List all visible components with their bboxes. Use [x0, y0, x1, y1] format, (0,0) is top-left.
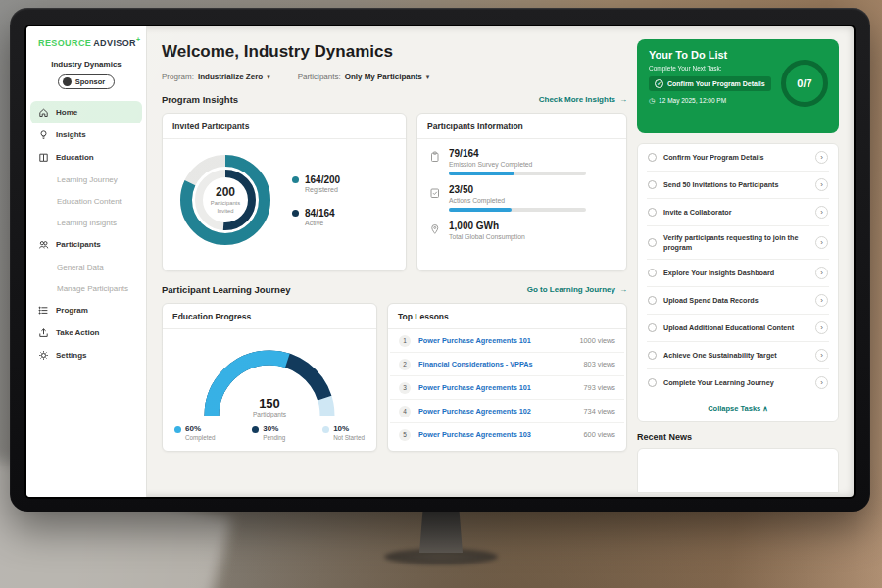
participants-filter-value: Only My Participants	[345, 73, 422, 81]
lesson-link[interactable]: Financial Considerations - VPPAs	[418, 360, 576, 368]
chevron-right-icon[interactable]: ›	[815, 267, 828, 279]
bulb-icon	[38, 129, 49, 140]
sidebar-item-participants[interactable]: Participants	[26, 233, 146, 256]
chevron-right-icon[interactable]: ›	[815, 376, 828, 389]
upload-icon	[38, 327, 49, 338]
legend-item-registered: 164/200 Registered	[292, 174, 340, 193]
task-checkbox[interactable]	[648, 296, 657, 305]
lesson-rank: 5	[399, 429, 411, 441]
donut-center-label: Participants Invited	[203, 200, 248, 215]
lesson-link[interactable]: Power Purchase Agreements 101	[418, 336, 571, 345]
section-title-program-insights: Program Insights	[162, 94, 238, 105]
sidebar-item-education[interactable]: Education	[26, 146, 146, 169]
chevron-right-icon[interactable]: ›	[815, 236, 828, 249]
next-task-label: Confirm Your Program Details	[667, 80, 765, 87]
legend-label: Active	[305, 220, 335, 226]
chevron-right-icon[interactable]: ›	[815, 206, 828, 219]
progress-fill	[449, 208, 512, 212]
stat-value: 23/50	[449, 184, 586, 195]
sidebar-item-home[interactable]: Home	[30, 101, 142, 123]
task-checkbox[interactable]	[648, 269, 657, 277]
check-more-insights-link[interactable]: Check More Insights →	[539, 95, 627, 104]
sidebar-item-label: Learning Insights	[57, 219, 117, 227]
legend-item-not-started: 10% Not Started	[322, 424, 365, 441]
chevron-right-icon[interactable]: ›	[815, 178, 828, 191]
sidebar-item-label: Program	[56, 306, 88, 315]
todo-summary-card: Your To Do List Complete Your Next Task:…	[637, 39, 839, 133]
education-gauge-chart: 150 Participants	[196, 337, 343, 417]
go-to-learning-journey-link[interactable]: Go to Learning Journey →	[527, 285, 627, 294]
logo-advisor: ADVISOR	[93, 38, 136, 48]
sidebar-item-label: Insights	[56, 130, 86, 139]
legend-value: 84/164	[305, 208, 335, 219]
sponsor-badge[interactable]: Sponsor	[58, 74, 115, 89]
todo-task[interactable]: Verify participants requesting to join t…	[647, 226, 829, 260]
stat-actions-completed: 23/50 Actions Completed	[429, 184, 614, 212]
sidebar-item-general-data[interactable]: General Data	[26, 256, 146, 277]
task-checkbox[interactable]	[648, 351, 657, 360]
sidebar-item-take-action[interactable]: Take Action	[26, 321, 146, 344]
chevron-right-icon[interactable]: ›	[815, 321, 828, 334]
program-filter[interactable]: Program: Industrialize Zero ▾	[162, 73, 270, 81]
sidebar-item-learning-journey[interactable]: Learning Journey	[26, 169, 146, 190]
lesson-link[interactable]: Power Purchase Agreements 101	[418, 383, 576, 392]
org-name: Industry Dynamics	[26, 60, 146, 69]
legend-dot	[292, 210, 299, 217]
collapse-tasks-link[interactable]: Collapse Tasks ∧	[647, 396, 829, 421]
sidebar-item-insights[interactable]: Insights	[26, 123, 146, 146]
program-insights-header: Program Insights Check More Insights →	[162, 94, 627, 105]
sidebar-item-education-content[interactable]: Education Content	[26, 190, 146, 212]
sidebar-item-label: Education Content	[57, 197, 122, 206]
sidebar-item-program[interactable]: Program	[26, 299, 146, 321]
task-checkbox[interactable]	[648, 378, 657, 387]
logo-resource: RESOURCE	[38, 38, 91, 48]
lesson-row: 2 Financial Considerations - VPPAs 803 v…	[390, 353, 624, 376]
card-title: Participants Information	[417, 114, 626, 139]
legend-dot	[252, 426, 259, 433]
sidebar-item-learning-insights[interactable]: Learning Insights	[26, 212, 146, 233]
task-label: Confirm Your Program Details	[663, 153, 808, 163]
lesson-link[interactable]: Power Purchase Agreements 103	[418, 430, 576, 439]
next-task-pill[interactable]: ✓ Confirm Your Program Details	[649, 76, 771, 91]
sidebar-item-label: Home	[56, 108, 77, 117]
check-icon: ✓	[655, 79, 663, 88]
lesson-rank: 1	[399, 335, 411, 347]
sidebar-item-label: Education	[56, 153, 94, 162]
todo-task[interactable]: Achieve One Sustainability Target ›	[647, 342, 829, 369]
legend-dot	[292, 176, 299, 183]
todo-task[interactable]: Send 50 Invitations to Participants ›	[647, 172, 829, 199]
logo-plus: +	[136, 36, 141, 43]
sidebar-item-manage-participants[interactable]: Manage Participants	[26, 277, 146, 299]
chevron-right-icon[interactable]: ›	[815, 349, 828, 362]
task-checkbox[interactable]	[648, 153, 657, 162]
lesson-link[interactable]: Power Purchase Agreements 102	[418, 407, 576, 416]
task-label: Complete Your Learning Journey	[663, 378, 808, 388]
card-title: Top Lessons	[388, 304, 626, 329]
sponsor-label: Sponsor	[75, 77, 105, 86]
card-title: Education Progress	[163, 304, 376, 329]
legend-value: 10%	[333, 424, 365, 433]
todo-task[interactable]: Upload Additional Educational Content ›	[647, 315, 829, 342]
donut-center-value: 200	[216, 185, 235, 199]
todo-task[interactable]: Complete Your Learning Journey ›	[647, 369, 829, 396]
participants-information-card: Participants Information 79/164 Emission…	[416, 113, 627, 271]
sidebar-item-label: Learning Journey	[57, 175, 118, 184]
card-title: Invited Participants	[163, 114, 406, 139]
task-checkbox[interactable]	[648, 208, 657, 217]
chevron-right-icon[interactable]: ›	[815, 294, 828, 307]
task-checkbox[interactable]	[648, 323, 657, 332]
todo-task[interactable]: Explore Your Insights Dashboard ›	[647, 260, 829, 287]
todo-task[interactable]: Confirm Your Program Details ›	[647, 144, 829, 172]
progress-track	[449, 208, 586, 212]
task-checkbox[interactable]	[648, 238, 657, 247]
todo-task[interactable]: Invite a Collaborator ›	[647, 199, 829, 226]
chevron-right-icon[interactable]: ›	[815, 151, 828, 164]
todo-task[interactable]: Upload Spend Data Records ›	[647, 287, 829, 315]
sidebar-item-settings[interactable]: Settings	[26, 344, 146, 367]
participants-filter[interactable]: Participants: Only My Participants ▾	[298, 73, 430, 81]
gear-icon	[38, 350, 49, 361]
lesson-row: 4 Power Purchase Agreements 102 734 view…	[390, 400, 624, 423]
lesson-row: 5 Power Purchase Agreements 103 600 view…	[390, 423, 624, 446]
task-checkbox[interactable]	[648, 180, 657, 189]
todo-task-list: Confirm Your Program Details › Send 50 I…	[637, 143, 839, 422]
